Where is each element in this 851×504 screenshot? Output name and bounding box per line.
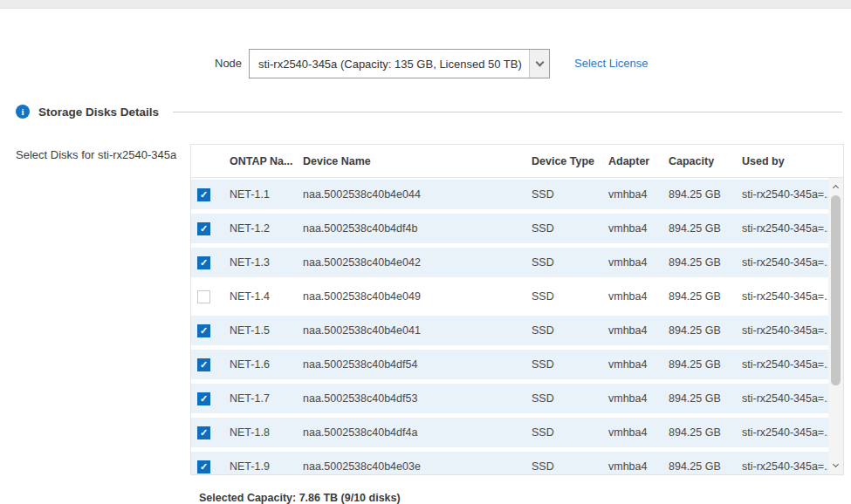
cell-used-by: sti-rx2540-345a=...	[735, 256, 828, 269]
cell-used-by: sti-rx2540-345a=...	[735, 426, 828, 439]
cell-device-type: SSD	[525, 188, 601, 201]
cell-adapter: vmhba4	[601, 460, 662, 473]
info-icon: i	[16, 105, 30, 119]
section-divider	[173, 112, 842, 112]
cell-device-type: SSD	[525, 358, 601, 371]
select-license-link[interactable]: Select License	[574, 49, 649, 78]
table-row: NET-1.9 naa.5002538c40b4e03e SSD vmhba4 …	[191, 452, 828, 474]
disk-table: ONTAP Na... Device Name Device Type Adap…	[190, 144, 844, 475]
chevron-down-icon	[833, 461, 839, 467]
cell-capacity: 894.25 GB	[662, 358, 735, 371]
cell-capacity: 894.25 GB	[662, 392, 735, 405]
cell-capacity: 894.25 GB	[662, 256, 735, 269]
disk-checkbox[interactable]	[197, 256, 210, 269]
checkbox-cell	[191, 290, 223, 303]
table-row: NET-1.8 naa.5002538c40b4df4a SSD vmhba4 …	[191, 418, 828, 447]
cell-adapter: vmhba4	[601, 324, 662, 337]
cell-device-type: SSD	[525, 392, 601, 405]
checkbox-cell	[191, 426, 223, 439]
table-row: NET-1.1 naa.5002538c40b4e044 SSD vmhba4 …	[191, 180, 828, 209]
column-header-device-name: Device Name	[296, 155, 525, 167]
cell-capacity: 894.25 GB	[662, 290, 735, 303]
disk-table-header: ONTAP Na... Device Name Device Type Adap…	[191, 145, 843, 178]
checkbox-cell	[191, 188, 223, 201]
scrollbar-thumb[interactable]	[831, 195, 841, 385]
disk-checkbox[interactable]	[197, 222, 210, 235]
cell-device-name: naa.5002538c40b4e044	[296, 188, 525, 201]
cell-device-name: naa.5002538c40b4df4b	[296, 222, 525, 235]
cell-device-name: naa.5002538c40b4e041	[296, 324, 525, 337]
table-row: NET-1.3 naa.5002538c40b4e042 SSD vmhba4 …	[191, 248, 828, 277]
cell-adapter: vmhba4	[601, 426, 662, 439]
disk-checkbox[interactable]	[197, 324, 210, 337]
disk-checkbox[interactable]	[197, 290, 210, 303]
cell-ontap-name: NET-1.1	[223, 188, 296, 201]
cell-used-by: sti-rx2540-345a=...	[735, 188, 828, 201]
cell-device-name: naa.5002538c40b4df4a	[296, 426, 525, 439]
cell-adapter: vmhba4	[601, 222, 662, 235]
disk-table-body: NET-1.1 naa.5002538c40b4e044 SSD vmhba4 …	[191, 178, 843, 474]
column-header-ontap-name: ONTAP Na...	[223, 155, 296, 167]
cell-adapter: vmhba4	[601, 188, 662, 201]
chevron-down-icon	[535, 58, 544, 67]
cell-ontap-name: NET-1.6	[223, 358, 296, 371]
disk-checkbox[interactable]	[197, 358, 210, 371]
cell-capacity: 894.25 GB	[662, 460, 735, 473]
cell-capacity: 894.25 GB	[662, 222, 735, 235]
cell-used-by: sti-rx2540-345a=...	[735, 358, 828, 371]
table-row: NET-1.2 naa.5002538c40b4df4b SSD vmhba4 …	[191, 214, 828, 243]
checkbox-cell	[191, 256, 223, 269]
column-header-adapter: Adapter	[601, 155, 662, 167]
cell-capacity: 894.25 GB	[662, 324, 735, 337]
checkbox-cell	[191, 324, 223, 337]
cell-ontap-name: NET-1.9	[223, 460, 296, 473]
column-header-device-type: Device Type	[525, 155, 601, 167]
table-row: NET-1.7 naa.5002538c40b4df53 SSD vmhba4 …	[191, 384, 828, 413]
disk-checkbox[interactable]	[197, 188, 210, 201]
checkbox-cell	[191, 392, 223, 405]
cell-ontap-name: NET-1.5	[223, 324, 296, 337]
cell-device-name: naa.5002538c40b4e042	[296, 256, 525, 269]
selected-capacity-summary: Selected Capacity: 7.86 TB (9/10 disks)	[199, 492, 401, 504]
cell-adapter: vmhba4	[601, 290, 662, 303]
disk-checkbox[interactable]	[197, 392, 210, 405]
table-row: NET-1.5 naa.5002538c40b4e041 SSD vmhba4 …	[191, 316, 828, 345]
table-row: NET-1.6 naa.5002538c40b4df54 SSD vmhba4 …	[191, 350, 828, 379]
vertical-scrollbar[interactable]	[828, 178, 843, 474]
top-bar	[0, 0, 851, 9]
node-select-value: sti-rx2540-345a (Capacity: 135 GB, Licen…	[250, 58, 529, 71]
cell-device-name: naa.5002538c40b4df53	[296, 392, 525, 405]
cell-used-by: sti-rx2540-345a=...	[735, 460, 828, 473]
cell-device-type: SSD	[525, 290, 601, 303]
table-row: NET-1.4 naa.5002538c40b4e049 SSD vmhba4 …	[191, 282, 828, 311]
cell-used-by: sti-rx2540-345a=...	[735, 290, 828, 303]
disk-checkbox[interactable]	[197, 426, 210, 439]
cell-ontap-name: NET-1.7	[223, 392, 296, 405]
cell-ontap-name: NET-1.4	[223, 290, 296, 303]
cell-device-type: SSD	[525, 222, 601, 235]
cell-adapter: vmhba4	[601, 256, 662, 269]
disk-checkbox[interactable]	[197, 460, 210, 473]
node-label: Node	[215, 49, 242, 78]
cell-adapter: vmhba4	[601, 358, 662, 371]
cell-ontap-name: NET-1.2	[223, 222, 296, 235]
cell-ontap-name: NET-1.3	[223, 256, 296, 269]
cell-capacity: 894.25 GB	[662, 426, 735, 439]
cell-capacity: 894.25 GB	[662, 188, 735, 201]
section-title: Storage Disks Details	[38, 106, 159, 119]
scroll-down-button[interactable]	[828, 459, 843, 473]
node-select-dropdown[interactable]: sti-rx2540-345a (Capacity: 135 GB, Licen…	[249, 49, 550, 78]
checkbox-cell	[191, 460, 223, 473]
section-header: i Storage Disks Details	[16, 104, 842, 119]
chevron-up-icon	[833, 185, 839, 191]
column-header-capacity: Capacity	[662, 155, 735, 167]
cell-device-type: SSD	[525, 324, 601, 337]
cell-device-type: SSD	[525, 426, 601, 439]
select-disks-label: Select Disks for sti-rx2540-345a	[16, 148, 176, 161]
cell-used-by: sti-rx2540-345a=...	[735, 392, 828, 405]
dropdown-arrow-button[interactable]	[529, 50, 549, 78]
scroll-up-button[interactable]	[828, 180, 843, 194]
cell-used-by: sti-rx2540-345a=...	[735, 222, 828, 235]
node-selector-row: Node sti-rx2540-345a (Capacity: 135 GB, …	[0, 49, 851, 78]
cell-device-name: naa.5002538c40b4e03e	[296, 460, 525, 473]
